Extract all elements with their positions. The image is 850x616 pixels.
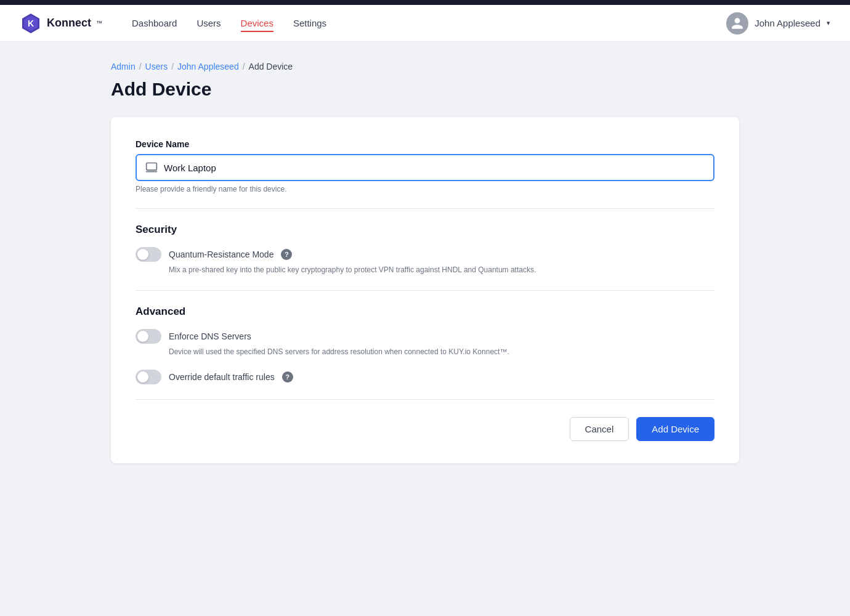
breadcrumb-sep-2: /: [171, 62, 174, 71]
form-card: Device Name Please provide a friendly na…: [111, 117, 739, 463]
traffic-label: Override default traffic rules: [169, 372, 275, 382]
breadcrumb: Admin / Users / John Appleseed / Add Dev…: [111, 62, 739, 71]
device-name-group: Device Name Please provide a friendly na…: [136, 139, 714, 193]
traffic-help-icon[interactable]: ?: [282, 371, 293, 383]
traffic-toggle[interactable]: [136, 370, 161, 384]
quantum-label-row: Quantum-Resistance Mode ?: [136, 247, 714, 262]
device-name-input[interactable]: [164, 163, 705, 173]
quantum-help-icon[interactable]: ?: [281, 249, 292, 260]
dns-label: Enforce DNS Servers: [169, 331, 251, 341]
navbar-left: K Konnect™ Dashboard Users Devices Setti…: [20, 12, 326, 34]
chevron-down-icon[interactable]: ▾: [827, 19, 830, 27]
device-name-hint: Please provide a friendly name for this …: [136, 185, 714, 193]
breadcrumb-current: Add Device: [249, 62, 293, 71]
breadcrumb-sep-1: /: [139, 62, 142, 71]
dns-toggle[interactable]: [136, 329, 161, 344]
laptop-icon: [145, 161, 158, 174]
security-section: Security Quantum-Resistance Mode ? Mix a…: [136, 224, 714, 275]
nav-dashboard[interactable]: Dashboard: [132, 18, 177, 28]
nav-links: Dashboard Users Devices Settings: [132, 18, 326, 28]
breadcrumb-users[interactable]: Users: [145, 62, 168, 71]
divider-1: [136, 208, 714, 209]
content: Admin / Users / John Appleseed / Add Dev…: [86, 42, 764, 483]
divider-2: [136, 290, 714, 291]
avatar: [726, 12, 748, 34]
page-title: Add Device: [111, 79, 739, 100]
user-name: John Appleseed: [755, 18, 820, 28]
advanced-section: Advanced Enforce DNS Servers Device will…: [136, 306, 714, 384]
navbar: K Konnect™ Dashboard Users Devices Setti…: [0, 5, 850, 42]
brand-name: Konnect: [47, 17, 91, 30]
avatar-icon: [731, 17, 744, 30]
nav-devices[interactable]: Devices: [241, 18, 273, 28]
logo-icon: K: [20, 12, 42, 34]
svg-text:K: K: [28, 18, 34, 28]
quantum-label: Quantum-Resistance Mode: [169, 249, 273, 259]
traffic-label-row: Override default traffic rules ?: [136, 370, 714, 384]
dns-description: Device will used the specified DNS serve…: [169, 346, 714, 357]
quantum-toggle[interactable]: [136, 247, 161, 262]
card-actions: Cancel Add Device: [136, 417, 714, 441]
nav-settings-link[interactable]: Settings: [293, 18, 326, 28]
breadcrumb-john-appleseed[interactable]: John Appleseed: [177, 62, 239, 71]
navbar-right: John Appleseed ▾: [726, 12, 830, 34]
logo: K Konnect™: [20, 12, 102, 34]
quantum-toggle-row: Quantum-Resistance Mode ? Mix a pre-shar…: [136, 247, 714, 275]
svg-rect-1: [147, 163, 157, 171]
add-device-button[interactable]: Add Device: [636, 417, 714, 441]
device-name-label: Device Name: [136, 139, 714, 149]
security-title: Security: [136, 224, 714, 236]
nav-users-link[interactable]: Users: [196, 18, 221, 28]
nav-settings[interactable]: Settings: [293, 18, 326, 28]
dns-toggle-row: Enforce DNS Servers Device will used the…: [136, 329, 714, 357]
advanced-title: Advanced: [136, 306, 714, 318]
traffic-toggle-row: Override default traffic rules ?: [136, 370, 714, 384]
nav-devices-link[interactable]: Devices: [241, 18, 273, 32]
topbar: [0, 0, 850, 5]
breadcrumb-admin[interactable]: Admin: [111, 62, 136, 71]
quantum-description: Mix a pre-shared key into the public key…: [169, 264, 714, 275]
divider-3: [136, 399, 714, 400]
dns-label-row: Enforce DNS Servers: [136, 329, 714, 344]
device-name-input-wrapper: [136, 154, 714, 181]
brand-tm: ™: [96, 20, 102, 26]
nav-dashboard-link[interactable]: Dashboard: [132, 18, 177, 28]
cancel-button[interactable]: Cancel: [570, 417, 629, 441]
nav-users[interactable]: Users: [196, 18, 221, 28]
breadcrumb-sep-3: /: [243, 62, 245, 71]
